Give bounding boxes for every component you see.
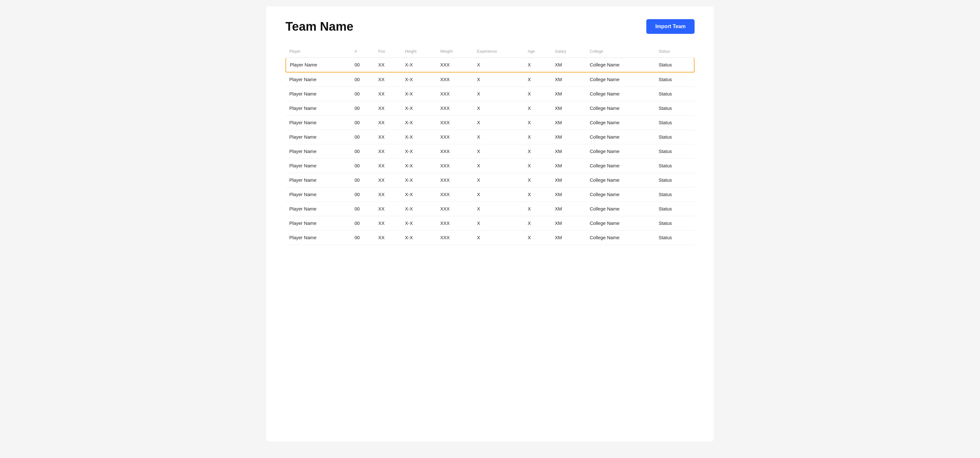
page-header: Team Name Import Team — [285, 19, 695, 34]
cell-status: Status — [655, 130, 695, 144]
table-row[interactable]: Player Name00XXX-XXXXXXXMCollege NameSta… — [285, 231, 695, 245]
cell-age: X — [524, 87, 551, 101]
cell-player: Player Name — [285, 73, 351, 87]
table-row[interactable]: Player Name00XXX-XXXXXXXMCollege NameSta… — [285, 216, 695, 231]
col-header-age: Age — [524, 47, 551, 58]
cell-college: College Name — [586, 231, 655, 245]
cell-age: X — [524, 159, 551, 173]
cell-salary: XM — [551, 130, 586, 144]
table-header: Player # Pos Height Weight Experience Ag… — [285, 47, 695, 58]
col-header-player: Player — [285, 47, 351, 58]
cell-experience: X — [473, 101, 524, 116]
cell-weight: XXX — [436, 144, 473, 159]
table-row[interactable]: Player Name00XXX-XXXXXXXMCollege NameSta… — [285, 187, 695, 202]
cell-player: Player Name — [285, 144, 351, 159]
cell-age: X — [524, 216, 551, 231]
table-row[interactable]: Player Name00XXX-XXXXXXXMCollege NameSta… — [285, 144, 695, 159]
cell-number: 00 — [351, 187, 374, 202]
cell-college: College Name — [586, 116, 655, 130]
cell-age: X — [524, 58, 551, 73]
cell-player: Player Name — [285, 231, 351, 245]
cell-status: Status — [655, 58, 695, 73]
col-header-height: Height — [401, 47, 436, 58]
cell-height: X-X — [401, 144, 436, 159]
col-header-salary: Salary — [551, 47, 586, 58]
cell-player: Player Name — [285, 159, 351, 173]
cell-number: 00 — [351, 130, 374, 144]
cell-weight: XXX — [436, 130, 473, 144]
col-header-status: Status — [655, 47, 695, 58]
cell-experience: X — [473, 216, 524, 231]
cell-pos: XX — [374, 216, 401, 231]
cell-status: Status — [655, 231, 695, 245]
table-row[interactable]: Player Name00XXX-XXXXXXXMCollege NameSta… — [285, 116, 695, 130]
cell-salary: XM — [551, 101, 586, 116]
cell-height: X-X — [401, 58, 436, 73]
cell-experience: X — [473, 231, 524, 245]
cell-player: Player Name — [285, 187, 351, 202]
page-container: Team Name Import Team Player # Pos Heigh… — [266, 6, 714, 441]
col-header-pos: Pos — [374, 47, 401, 58]
cell-number: 00 — [351, 202, 374, 216]
page-title: Team Name — [285, 19, 353, 33]
cell-weight: XXX — [436, 58, 473, 73]
cell-pos: XX — [374, 130, 401, 144]
cell-number: 00 — [351, 58, 374, 73]
cell-age: X — [524, 173, 551, 187]
table-row[interactable]: Player Name00XXX-XXXXXXXMCollege NameSta… — [285, 202, 695, 216]
table-row[interactable]: Player Name00XXX-XXXXXXXMCollege NameSta… — [285, 130, 695, 144]
col-header-experience: Experience — [473, 47, 524, 58]
cell-pos: XX — [374, 231, 401, 245]
cell-pos: XX — [374, 87, 401, 101]
cell-height: X-X — [401, 187, 436, 202]
cell-experience: X — [473, 173, 524, 187]
table-row[interactable]: Player Name00XXX-XXXXXXXMCollege NameSta… — [285, 173, 695, 187]
table-body: Player Name00XXX-XXXXXXXMCollege NameSta… — [285, 58, 695, 245]
cell-number: 00 — [351, 144, 374, 159]
cell-status: Status — [655, 187, 695, 202]
col-header-college: College — [586, 47, 655, 58]
col-header-weight: Weight — [436, 47, 473, 58]
cell-player: Player Name — [285, 116, 351, 130]
cell-status: Status — [655, 144, 695, 159]
cell-number: 00 — [351, 159, 374, 173]
cell-status: Status — [655, 159, 695, 173]
cell-number: 00 — [351, 73, 374, 87]
cell-college: College Name — [586, 144, 655, 159]
cell-height: X-X — [401, 231, 436, 245]
cell-player: Player Name — [285, 130, 351, 144]
cell-number: 00 — [351, 173, 374, 187]
cell-college: College Name — [586, 73, 655, 87]
cell-experience: X — [473, 87, 524, 101]
cell-pos: XX — [374, 144, 401, 159]
cell-experience: X — [473, 159, 524, 173]
cell-salary: XM — [551, 202, 586, 216]
cell-pos: XX — [374, 173, 401, 187]
cell-age: X — [524, 130, 551, 144]
cell-experience: X — [473, 73, 524, 87]
cell-college: College Name — [586, 87, 655, 101]
cell-status: Status — [655, 202, 695, 216]
cell-pos: XX — [374, 202, 401, 216]
cell-number: 00 — [351, 87, 374, 101]
cell-salary: XM — [551, 116, 586, 130]
cell-salary: XM — [551, 73, 586, 87]
cell-experience: X — [473, 202, 524, 216]
cell-status: Status — [655, 73, 695, 87]
col-header-number: # — [351, 47, 374, 58]
cell-height: X-X — [401, 101, 436, 116]
cell-experience: X — [473, 58, 524, 73]
cell-college: College Name — [586, 130, 655, 144]
cell-college: College Name — [586, 187, 655, 202]
cell-salary: XM — [551, 87, 586, 101]
import-team-button[interactable]: Import Team — [646, 19, 695, 34]
cell-age: X — [524, 116, 551, 130]
table-row[interactable]: Player Name00XXX-XXXXXXXMCollege NameSta… — [285, 159, 695, 173]
table-row[interactable]: Player Name00XXX-XXXXXXXMCollege NameSta… — [285, 73, 695, 87]
table-row[interactable]: Player Name00XXX-XXXXXXXMCollege NameSta… — [285, 101, 695, 116]
cell-age: X — [524, 202, 551, 216]
cell-weight: XXX — [436, 73, 473, 87]
table-row[interactable]: Player Name00XXX-XXXXXXXMCollege NameSta… — [285, 58, 695, 73]
cell-college: College Name — [586, 216, 655, 231]
table-row[interactable]: Player Name00XXX-XXXXXXXMCollege NameSta… — [285, 87, 695, 101]
